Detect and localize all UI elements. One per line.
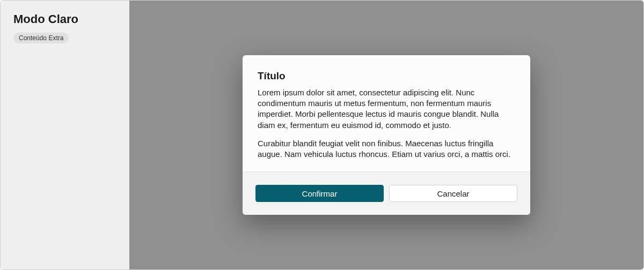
- sidebar: Modo Claro Conteúdo Extra: [1, 1, 129, 269]
- extra-content-badge[interactable]: Conteúdo Extra: [13, 33, 69, 43]
- dialog-paragraph-2: Curabitur blandit feugiat velit non fini…: [258, 138, 515, 160]
- sidebar-title: Modo Claro: [13, 12, 116, 26]
- dialog-footer: Confirmar Cancelar: [243, 171, 530, 215]
- dialog-title: Título: [258, 70, 515, 82]
- main-area: Título Lorem ipsum dolor sit amet, conse…: [129, 1, 643, 269]
- app-container: Modo Claro Conteúdo Extra Título Lorem i…: [0, 0, 644, 270]
- dialog-body: Título Lorem ipsum dolor sit amet, conse…: [243, 55, 530, 172]
- modal-overlay: Título Lorem ipsum dolor sit amet, conse…: [129, 1, 643, 269]
- cancel-button[interactable]: Cancelar: [389, 185, 517, 202]
- dialog-text: Lorem ipsum dolor sit amet, consectetur …: [258, 87, 515, 160]
- dialog-paragraph-1: Lorem ipsum dolor sit amet, consectetur …: [258, 87, 515, 131]
- confirm-button[interactable]: Confirmar: [255, 185, 384, 202]
- dialog: Título Lorem ipsum dolor sit amet, conse…: [243, 55, 530, 215]
